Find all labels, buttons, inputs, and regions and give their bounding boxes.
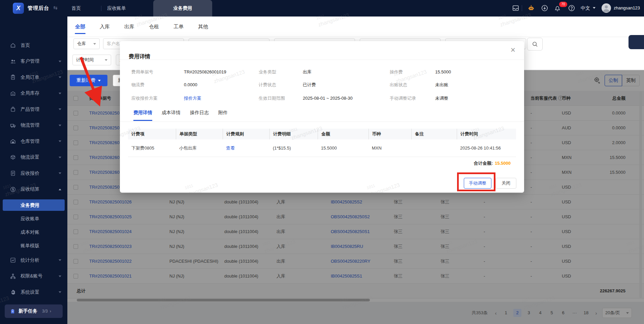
nav-divider [101, 6, 101, 11]
sidebar-item-global-inventory[interactable]: 全局库存 [0, 86, 67, 102]
language-selector[interactable]: 中文 [581, 5, 590, 11]
sidebar-item-receivable-settlement[interactable]: 应收结算 [0, 182, 67, 198]
mcol-remark: 备注 [411, 129, 424, 139]
fee-detail-modal: 费用详情 ✕ 费用单据号TR#20250826001019 业务类型出库 操作费… [120, 41, 524, 193]
modal-tab-attachments[interactable]: 附件 [218, 110, 228, 121]
chevron-down-icon [59, 108, 61, 110]
newbie-tasks-card[interactable]: 新手任务 3/3 › [5, 304, 63, 318]
sidebar-item-receivable-quotes[interactable]: 应收报价 [0, 165, 67, 182]
swap-workspace-icon[interactable]: ⇆ [53, 5, 58, 11]
mcol-detail: 计费明细 [269, 129, 291, 139]
gear-icon [10, 289, 16, 295]
rule-view-link[interactable]: 查看 [223, 139, 235, 157]
tab-work-order[interactable]: 工单 [173, 24, 184, 30]
avatar[interactable] [602, 3, 611, 13]
tab-storage-rent[interactable]: 仓租 [149, 24, 159, 30]
fee-item-cell: 下架费0805 [128, 139, 154, 157]
mcol-doc-type: 单据类型 [176, 129, 197, 139]
home-icon [10, 42, 16, 48]
nav-tab-business-fees[interactable]: 业务费用 [153, 0, 212, 17]
chevron-down-icon [98, 80, 101, 82]
field-billout-status: 出账状态未出账 [390, 82, 430, 88]
sidebar-item-logistics[interactable]: 物流管理 [0, 118, 67, 134]
warehouse-select[interactable]: 仓库 [73, 38, 100, 49]
sidebar-subitem-receivable-bills[interactable]: 应收账单 [0, 212, 67, 225]
modal-close-button[interactable]: 关闭 [495, 178, 516, 189]
sidebar-item-warehouse[interactable]: 仓库管理 [0, 133, 67, 150]
username[interactable]: zhangsan123 [614, 5, 640, 10]
help-circle-icon[interactable] [568, 4, 575, 12]
doc-type-cell: 小包出库 [176, 139, 197, 157]
mcol-currency: 币种 [368, 129, 381, 139]
field-quote-plan: 应收报价方案报价方案 [131, 95, 172, 102]
brand-name: 管理后台 [28, 5, 49, 11]
top-header: X 管理后台 ⇆ 首页 应收账单 业务费用 70 中文 zhangsan123 [0, 0, 644, 17]
modal-tabs: 费用详情 成本详情 操作日志 附件 [133, 110, 228, 121]
field-order-no: 费用单据号TR#20250826001019 [131, 69, 172, 75]
org-tree-icon [10, 273, 16, 279]
icon-divider [522, 5, 522, 11]
tabs-divider [67, 37, 644, 37]
app-root: X 管理后台 ⇆ 首页 应收账单 业务费用 70 中文 zhangsan123 [0, 0, 644, 324]
chevron-down-icon [105, 59, 107, 61]
sidebar-subitem-cost-reconciliation[interactable]: 成本对账 [0, 225, 67, 239]
nav-tab-receivable-bills[interactable]: 应收账单 [107, 0, 126, 17]
sidebar-subitem-bill-template[interactable]: 账单模版 [0, 239, 67, 252]
tab-inbound[interactable]: 入库 [99, 24, 110, 30]
chevron-down-icon [59, 157, 61, 158]
amount-cell: 15.5000 [318, 139, 337, 157]
field-biz-type: 业务类型出库 [259, 69, 299, 75]
sidebar-item-system-settings[interactable]: 系统设置 [0, 284, 67, 300]
robot-assistant-icon[interactable] [527, 4, 535, 12]
warehouse-icon [10, 138, 16, 144]
chevron-down-icon [59, 276, 61, 277]
currency-cell: MXN [368, 139, 382, 157]
chevron-up-icon [59, 189, 61, 190]
chevron-down-icon [59, 140, 61, 142]
sidebar-item-permissions[interactable]: 权限&账号 [0, 268, 67, 285]
sidebar-item-home[interactable]: 首页 [0, 37, 67, 54]
search-icon [532, 41, 538, 47]
chevron-down-icon [59, 291, 61, 293]
close-icon[interactable]: ✕ [509, 46, 517, 54]
nav-tab-home[interactable]: 首页 [71, 0, 81, 17]
search-button[interactable] [527, 38, 543, 51]
sidebar-item-logistics-settings[interactable]: 物流设置 [0, 150, 67, 166]
inbox-icon[interactable] [512, 4, 519, 12]
modal-tab-cost-detail[interactable]: 成本详情 [162, 110, 181, 121]
modal-title: 费用详情 [129, 53, 150, 60]
sidebar-subitem-business-fees[interactable]: 业务费用 [3, 199, 65, 211]
fee-type-tabs: 全部 入库 出库 仓租 工单 其他 [75, 17, 208, 37]
sidebar-item-products[interactable]: 产品管理 [0, 101, 67, 118]
sidebar-item-statistics[interactable]: 统计分析 [0, 252, 67, 268]
modal-tab-operation-log[interactable]: 操作日志 [190, 110, 209, 121]
modal-table-row: 下架费0805 小包出库 查看 (1*$15.5) 15.5000 MXN 20… [128, 139, 516, 157]
task-clipboard-icon [10, 309, 15, 314]
chevron-down-icon [59, 93, 61, 94]
field-manual-adjust-record: 手动调整记录未调整 [390, 95, 430, 102]
sidebar-item-customers[interactable]: 客户管理 [0, 54, 67, 70]
mcol-amount: 金额 [318, 129, 330, 139]
billing-time-select[interactable]: 计费时间 [72, 55, 111, 65]
billing-time-cell: 2025-08-26 10:41:56 [457, 139, 501, 157]
quote-plan-link[interactable]: 报价方案 [184, 95, 201, 102]
tab-outbound[interactable]: 出库 [124, 24, 135, 30]
mcol-time: 计费时间 [457, 129, 478, 139]
modal-title-divider [120, 60, 524, 60]
building-icon [10, 91, 16, 96]
annotation-red-rectangle [457, 172, 495, 191]
tab-all[interactable]: 全部 [75, 24, 86, 30]
tab-other[interactable]: 其他 [198, 24, 208, 30]
bag-icon [10, 106, 16, 112]
users-icon [10, 59, 16, 64]
download-center-icon[interactable] [541, 4, 548, 12]
chart-icon [10, 257, 16, 263]
chevron-down-icon [59, 259, 61, 261]
modal-tab-fee-detail[interactable]: 费用详情 [133, 110, 152, 121]
docked-side-button[interactable] [629, 35, 644, 49]
recalculate-button[interactable]: 重新计费 [70, 75, 107, 86]
truck-icon [10, 123, 16, 128]
sidebar-item-global-orders[interactable]: 全局订单 [0, 69, 67, 86]
field-date-range: 生效日期范围2025-08-01 ~ 2025-08-30 [259, 95, 299, 102]
mcol-rule: 计费规则 [223, 129, 244, 139]
